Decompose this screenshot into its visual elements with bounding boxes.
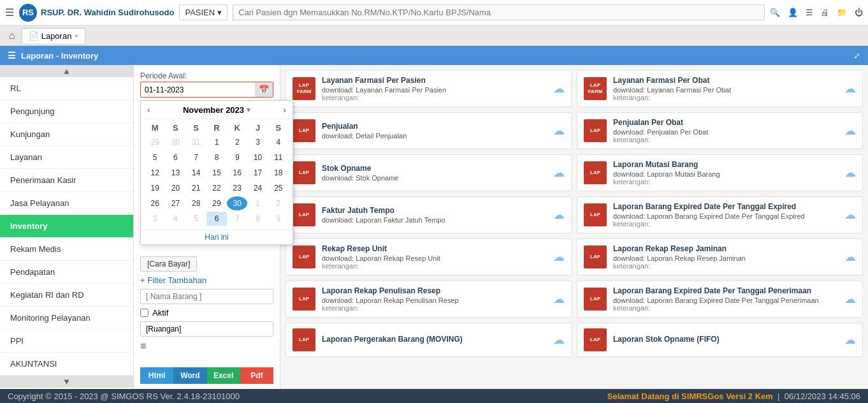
cal-day[interactable]: 30 — [165, 135, 185, 149]
sidebar-item-monitoring[interactable]: Monitoring Pelayanan — [0, 307, 133, 330]
cal-prev-btn[interactable]: ‹ — [147, 105, 150, 115]
export-pdf-btn[interactable]: Pdf — [240, 367, 273, 384]
cal-day[interactable]: 21 — [186, 181, 206, 195]
sidebar-item-rekam-medis[interactable]: Rekam Medis — [0, 238, 133, 261]
cal-day[interactable]: 1 — [206, 135, 227, 149]
cal-day[interactable]: 25 — [268, 181, 289, 195]
folder-icon[interactable]: 📁 — [837, 8, 847, 17]
cloud-download-icon[interactable]: ☁ — [844, 124, 856, 138]
cloud-download-icon[interactable]: ☁ — [844, 166, 856, 180]
cal-day[interactable]: 29 — [206, 196, 227, 210]
cal-day[interactable]: 1 — [247, 196, 268, 210]
cal-day[interactable]: 14 — [186, 166, 206, 180]
cal-day[interactable]: 9 — [227, 150, 247, 165]
cal-day[interactable]: 23 — [227, 181, 247, 195]
sidebar-item-kegiatan-ri[interactable]: Kegiatan RI dan RD — [0, 284, 133, 307]
cal-day[interactable]: 5 — [145, 150, 165, 165]
cal-day[interactable]: 17 — [247, 166, 268, 180]
pasien-selector[interactable]: PASIEN ▾ — [179, 4, 228, 20]
menu-icon[interactable]: ☰ — [806, 8, 813, 17]
cal-day[interactable]: 8 — [206, 150, 227, 165]
sidebar-item-akuntansi[interactable]: AKUNTANSI — [0, 353, 133, 376]
export-excel-btn[interactable]: Excel — [207, 367, 240, 384]
cal-day[interactable]: 28 — [186, 196, 206, 210]
cloud-download-icon[interactable]: ☁ — [844, 292, 856, 306]
cloud-download-icon[interactable]: ☁ — [553, 250, 565, 264]
periode-awal-input[interactable] — [141, 83, 255, 97]
cal-day[interactable]: 5 — [186, 212, 206, 226]
cal-day[interactable]: 20 — [165, 181, 185, 195]
user-icon[interactable]: 👤 — [788, 8, 798, 17]
cloud-download-icon[interactable]: ☁ — [844, 82, 856, 96]
cal-day[interactable]: 2 — [268, 196, 289, 210]
cal-day[interactable]: 22 — [206, 181, 227, 195]
cal-day[interactable]: 12 — [145, 166, 165, 180]
cloud-download-icon[interactable]: ☁ — [844, 333, 856, 347]
cal-day[interactable]: 15 — [206, 166, 227, 180]
tab-close-icon[interactable]: × — [74, 32, 78, 40]
list-icon[interactable]: ≡ — [140, 341, 273, 352]
cal-day[interactable]: 4 — [165, 212, 185, 226]
sidebar-scroll-up[interactable]: ▲ — [0, 65, 133, 77]
sidebar-item-inventory[interactable]: Inventory — [0, 215, 133, 238]
sidebar-item-rl[interactable]: RL — [0, 77, 133, 100]
cal-day[interactable]: 10 — [247, 150, 268, 165]
cal-day[interactable]: 29 — [145, 135, 165, 149]
nama-barang-input[interactable] — [140, 289, 273, 304]
cloud-download-icon[interactable]: ☁ — [553, 208, 565, 222]
cal-day[interactable]: 9 — [268, 212, 289, 226]
cal-day[interactable]: 6 — [206, 212, 227, 226]
cal-next-btn[interactable]: › — [283, 105, 286, 115]
hamburger-icon[interactable]: ☰ — [5, 6, 14, 18]
cloud-download-icon[interactable]: ☁ — [844, 208, 856, 222]
filter-tambah-btn[interactable]: + Filter Tambahan — [140, 275, 273, 285]
cloud-download-icon[interactable]: ☁ — [553, 333, 565, 347]
cloud-download-icon[interactable]: ☁ — [553, 124, 565, 138]
cal-day[interactable]: 16 — [227, 166, 247, 180]
report-card-layanan-farmasi-pasien[interactable]: LAPFARM Layanan Farmasi Per Pasien downl… — [286, 70, 572, 107]
cal-day[interactable]: 7 — [186, 150, 206, 165]
report-card-expired-tanggal[interactable]: LAP Laporan Barang Expired Date Per Tang… — [577, 196, 863, 233]
periode-awal-cal-btn[interactable]: 📅 — [255, 82, 273, 97]
cal-day[interactable]: 3 — [145, 212, 165, 226]
laporan-tab[interactable]: 📄 Laporan × — [22, 28, 85, 43]
cloud-download-icon[interactable]: ☁ — [844, 250, 856, 264]
export-word-btn[interactable]: Word — [173, 367, 206, 384]
report-card-penjualan[interactable]: LAP Penjualan download: Detail Penjualan… — [286, 112, 572, 149]
logout-icon[interactable]: ⏻ — [855, 8, 863, 17]
cloud-download-icon[interactable]: ☁ — [553, 82, 565, 96]
report-card-rekap-resep-unit[interactable]: LAP Rekap Resep Unit download: Laporan R… — [286, 238, 572, 275]
cal-day[interactable]: 24 — [247, 181, 268, 195]
cal-today-link[interactable]: Hari ini — [141, 230, 293, 244]
sidebar-scroll-down[interactable]: ▼ — [0, 376, 133, 388]
print-icon[interactable]: 🖨 — [821, 8, 829, 17]
cal-day[interactable]: 8 — [247, 212, 268, 226]
report-card-rekap-penulisan-resep[interactable]: LAP Laporan Rekap Penulisan Resep downlo… — [286, 281, 572, 318]
cal-day[interactable]: 2 — [227, 135, 247, 149]
cal-day[interactable]: 7 — [227, 212, 247, 226]
sidebar-item-pendapatan[interactable]: Pendapatan — [0, 261, 133, 284]
sidebar-item-layanan[interactable]: Layanan — [0, 146, 133, 169]
report-card-stok-opname[interactable]: LAP Stok Opname download: Stok Opname ☁ — [286, 154, 572, 191]
report-card-pergerakan-barang[interactable]: LAP Laporan Pergerakan Barang (MOVING) ☁ — [286, 323, 572, 357]
sidebar-item-kunjungan[interactable]: Kunjungan — [0, 123, 133, 146]
cal-day[interactable]: 11 — [268, 150, 289, 165]
cal-dropdown-icon[interactable]: ▾ — [247, 106, 250, 114]
cloud-download-icon[interactable]: ☁ — [553, 292, 565, 306]
cal-day[interactable]: 13 — [165, 166, 185, 180]
cal-day[interactable]: 31 — [186, 135, 206, 149]
cal-day[interactable]: 3 — [247, 135, 268, 149]
cal-day[interactable]: 19 — [145, 181, 165, 195]
report-card-layanan-farmasi-obat[interactable]: LAPFARM Layanan Farmasi Per Obat downloa… — [577, 70, 863, 107]
sidebar-item-jasa-pelayanan[interactable]: Jasa Pelayanan — [0, 192, 133, 215]
cara-bayar-btn[interactable]: [Cara Bayar] — [140, 256, 197, 272]
report-card-penjualan-obat[interactable]: LAP Penjualan Per Obat download: Penjual… — [577, 112, 863, 149]
report-card-mutasi-barang[interactable]: LAP Laporan Mutasi Barang download: Lapo… — [577, 154, 863, 191]
export-html-btn[interactable]: Html — [140, 367, 173, 384]
sidebar-item-ppi[interactable]: PPI — [0, 330, 133, 353]
sidebar-item-penerimaan-kasir[interactable]: Penerimaan Kasir — [0, 169, 133, 192]
report-card-rekap-resep-jaminan[interactable]: LAP Laporan Rekap Resep Jaminan download… — [577, 238, 863, 275]
report-card-faktur-jatuh-tempo[interactable]: LAP Faktur Jatuh Tempo download: Laporan… — [286, 196, 572, 233]
cal-day[interactable]: 6 — [165, 150, 185, 165]
expand-icon[interactable]: ⤢ — [853, 51, 860, 61]
